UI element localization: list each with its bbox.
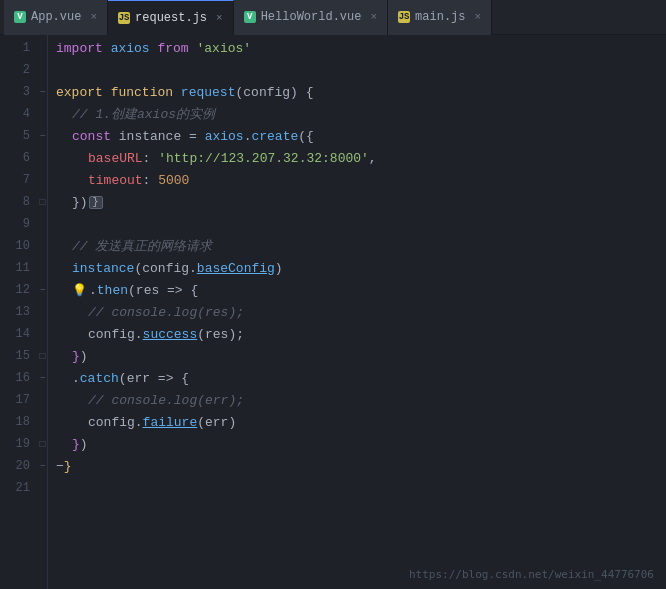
vue-icon: V [14,11,26,23]
code-line-19: } ) [56,433,666,455]
code-line-5: const instance = axios . create ({ [56,125,666,147]
line-numbers: 1 2 3− 4 5− 6 7 8□ 9 10 11 12− 13 14 15□… [0,35,48,589]
line-num-5: 5 [0,129,38,143]
line-num-7: 7 [0,173,38,187]
line-num-21: 21 [0,481,38,495]
code-line-13: // console.log(res); [56,301,666,323]
line-num-2: 2 [0,63,38,77]
tab-bar: V App.vue × JS request.js × V HelloWorld… [0,0,666,35]
line-num-18: 18 [0,415,38,429]
tab-close-icon[interactable]: × [90,11,97,23]
code-line-6: baseURL : 'http://123.207.32.32:8000' , [56,147,666,169]
tab-app-vue[interactable]: V App.vue × [4,0,108,35]
line-num-11: 11 [0,261,38,275]
line-num-1: 1 [0,41,38,55]
watermark: https://blog.csdn.net/weixin_44776706 [409,568,654,581]
code-line-21 [56,477,666,499]
code-line-9 [56,213,666,235]
code-line-12: 💡 . then ( res => { [56,279,666,301]
code-line-11: instance (config. baseConfig ) [56,257,666,279]
tab-label: App.vue [31,10,81,24]
code-line-7: timeout : 5000 [56,169,666,191]
code-line-8: }) } [56,191,666,213]
line-num-9: 9 [0,217,38,231]
line-num-10: 10 [0,239,38,253]
vue-icon: V [244,11,256,23]
tab-label: request.js [135,11,207,25]
line-num-8: 8 [0,195,38,209]
code-line-3: export function request ( config ) { [56,81,666,103]
code-line-18: config. failure (err) [56,411,666,433]
line-num-3: 3 [0,85,38,99]
line-num-12: 12 [0,283,38,297]
tab-request-js[interactable]: JS request.js × [108,0,234,35]
tab-helloworld-vue[interactable]: V HelloWorld.vue × [234,0,388,35]
code-line-15: } ) [56,345,666,367]
code-line-14: config. success (res); [56,323,666,345]
code-line-16: . catch (err => { [56,367,666,389]
editor-window: V App.vue × JS request.js × V HelloWorld… [0,0,666,589]
code-line-4: // 1.创建axios的实例 [56,103,666,125]
line-num-17: 17 [0,393,38,407]
line-num-4: 4 [0,107,38,121]
tab-main-js[interactable]: JS main.js × [388,0,492,35]
js-icon: JS [118,12,130,24]
code-content: import axios from 'axios' export functio… [48,35,666,589]
code-line-1: import axios from 'axios' [56,37,666,59]
line-num-15: 15 [0,349,38,363]
js-icon: JS [398,11,410,23]
tab-close-icon[interactable]: × [216,12,223,24]
bulb-icon: 💡 [72,283,87,298]
tab-label: main.js [415,10,465,24]
line-num-16: 16 [0,371,38,385]
code-line-17: // console.log(err); [56,389,666,411]
line-num-6: 6 [0,151,38,165]
code-line-10: // 发送真正的网络请求 [56,235,666,257]
tab-close-icon[interactable]: × [475,11,482,23]
line-num-20: 20 [0,459,38,473]
code-line-2 [56,59,666,81]
line-num-19: 19 [0,437,38,451]
tab-label: HelloWorld.vue [261,10,362,24]
tab-close-icon[interactable]: × [370,11,377,23]
code-editor: 1 2 3− 4 5− 6 7 8□ 9 10 11 12− 13 14 15□… [0,35,666,589]
code-line-20: − } [56,455,666,477]
line-num-13: 13 [0,305,38,319]
line-num-14: 14 [0,327,38,341]
